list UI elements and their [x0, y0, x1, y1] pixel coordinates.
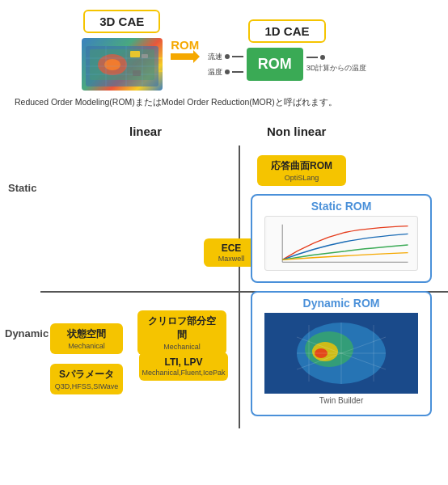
svg-rect-11	[142, 54, 148, 58]
signal-line-2	[232, 71, 243, 73]
dynamic-rom-sub: Twin Builder	[319, 396, 363, 405]
rom-green-box: ROM	[247, 48, 303, 81]
pill-lti-label: LTI, LPV	[164, 356, 202, 368]
dynamic-rom-box: Dynamic ROM Twin Builder	[251, 291, 432, 416]
pill-jotai-label: 状態空間	[67, 327, 106, 341]
oned-cae-diagram: 流速 温度 ROM 3D計算からの温度	[208, 48, 367, 81]
box-1d-cae: 1D CAE	[248, 19, 325, 43]
top-section: 3D CAE	[0, 0, 448, 95]
input-signals: 流速 温度	[208, 52, 243, 78]
static-rom-title: Static ROM	[311, 200, 372, 213]
pill-sparam-label: Sパラメータ	[59, 368, 114, 382]
pill-sparam-sub: Q3D,HFSS,SIWave	[55, 382, 119, 390]
pill-ece-sub: Maxwell	[218, 255, 245, 263]
rom-arrow: ROM	[171, 38, 200, 63]
axis-nonlinear-label: Non linear	[267, 124, 326, 138]
svg-rect-10	[130, 51, 140, 57]
axis-linear-label: linear	[129, 124, 162, 138]
pill-jotai: 状態空間 Mechanical	[50, 323, 123, 354]
dynamic-rom-image	[264, 313, 418, 394]
static-rom-graph	[264, 216, 418, 271]
svg-point-3	[104, 59, 120, 70]
out-signal-line	[306, 57, 318, 58]
pill-sparam: Sパラメータ Q3D,HFSS,SIWave	[50, 364, 123, 394]
pill-kuri-label: クリロフ部分空間	[144, 314, 220, 342]
signal-dot-1	[225, 54, 230, 59]
out-signal-row	[306, 55, 325, 60]
input-label-2: 温度	[208, 67, 222, 78]
out-label: 3D計算からの温度	[306, 63, 367, 74]
axis-static-label: Static	[8, 182, 36, 194]
pill-ousou: 応答曲面ROM OptiSLang	[257, 155, 346, 186]
subtitle: Reduced Order Modeling(ROM)またはModel Orde…	[0, 95, 448, 113]
pill-lti: LTI, LPV Mechanical,Fluent,IcePak	[139, 352, 228, 381]
svg-marker-16	[171, 50, 200, 63]
axis-dynamic-label: Dynamic	[5, 327, 49, 340]
signal-row-1: 流速	[208, 52, 243, 62]
signal-line-1	[232, 56, 243, 57]
pill-ousou-label: 応答曲面ROM	[271, 159, 332, 173]
pill-ousou-sub: OptiSLang	[285, 174, 319, 182]
signal-row-2: 温度	[208, 67, 243, 78]
signal-dot-2	[225, 70, 230, 74]
box-3d-cae: 3D CAE	[83, 10, 160, 33]
pill-lti-sub: Mechanical,Fluent,IcePak	[142, 369, 225, 377]
pill-kuri: クリロフ部分空間 Mechanical	[137, 310, 226, 355]
pill-jotai-sub: Mechanical	[68, 342, 105, 350]
svg-rect-12	[133, 70, 141, 76]
pill-kuri-sub: Mechanical	[163, 343, 201, 351]
vertical-divider	[239, 146, 240, 428]
grid-section: linear Non linear Static Dynamic 応答曲面ROM…	[0, 113, 448, 428]
dynamic-rom-title: Dynamic ROM	[303, 297, 380, 310]
arrow-right-icon	[171, 50, 200, 63]
pcb-image	[82, 38, 163, 91]
input-label-1: 流速	[208, 52, 222, 62]
pill-ece-label: ECE	[222, 242, 242, 254]
static-rom-box: Static ROM	[251, 194, 432, 283]
out-signal-dot	[320, 55, 325, 60]
output-side: 3D計算からの温度	[306, 55, 367, 74]
